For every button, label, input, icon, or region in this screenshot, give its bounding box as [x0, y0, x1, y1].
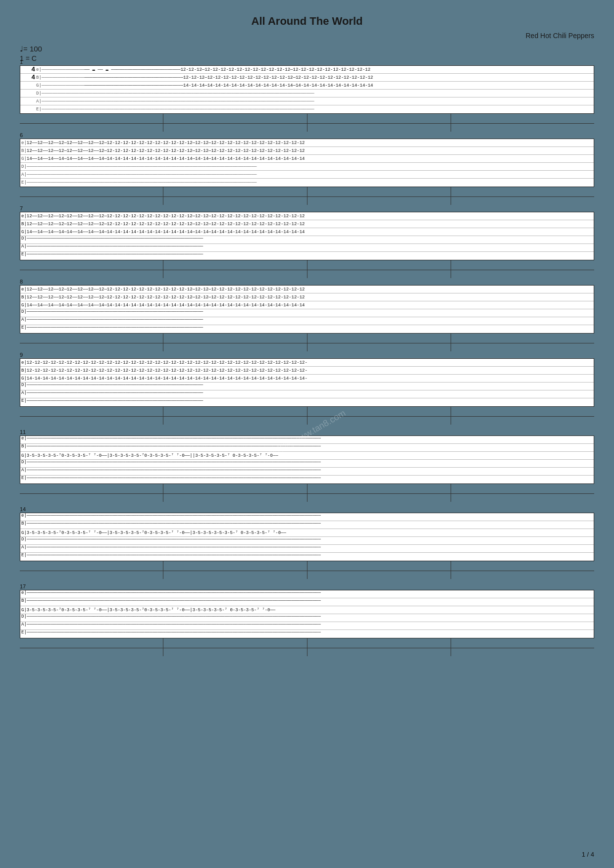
staff-14: e|——————————————————————————————————————… — [20, 513, 594, 561]
rhythm-cell-2 — [307, 124, 451, 132]
bar-number-1: 1 — [20, 59, 23, 65]
section-11: 11 e|———————————————————————————————————… — [20, 435, 594, 502]
section-8: 8 e|12——12——12——12—12——12——12——12—12-12-… — [20, 285, 594, 351]
artist-name: Red Hot Chili Peppers — [20, 32, 594, 40]
section-7: 7 e|12——12——12——12—12——12——12——12—12-12-… — [20, 212, 594, 278]
bar-number-14: 14 — [20, 506, 26, 512]
rhythm-cell — [451, 114, 594, 124]
rhythm-cell — [163, 114, 307, 124]
staff-6: e|12——12——12——12—12——12——12——12—12-12-12… — [20, 139, 594, 187]
staff-7: e|12——12——12——12—12——12——12——12—12-12-12… — [20, 212, 594, 260]
bar-number-9: 9 — [20, 352, 23, 358]
bar-number-7: 7 — [20, 205, 23, 211]
rhythm-cell — [307, 114, 451, 124]
bar-number-6: 6 — [20, 132, 23, 138]
staff-9: e|12-12-12-12-12-12-12-12-12-12-12-12-12… — [20, 358, 594, 407]
section-14: 14 e|———————————————————————————————————… — [20, 513, 594, 579]
page-number: 1 / 4 — [582, 851, 594, 858]
song-title: All Around The World — [20, 15, 594, 28]
key-signature: 1 = C — [20, 54, 594, 62]
section-9: 9 e|12-12-12-12-12-12-12-12-12-12-12-12-… — [20, 358, 594, 425]
rhythm-cell — [20, 114, 163, 124]
section-17: 17 e|———————————————————————————————————… — [20, 590, 594, 656]
tempo-marking: ♩= 100 — [20, 45, 594, 53]
bar-number-11: 11 — [20, 429, 26, 435]
page: All Around The World Red Hot Chili Peppe… — [0, 0, 614, 868]
staff-17: e|——————————————————————————————————————… — [20, 590, 594, 638]
rhythm-cell-2 — [20, 124, 163, 132]
bar-number-8: 8 — [20, 279, 23, 285]
section-1: 1 4 e|———————————————— —— ▬ —— ▬ ———————… — [20, 65, 594, 132]
staff-8: e|12——12——12——12—12——12——12——12—12-12-12… — [20, 285, 594, 334]
staff-11: e|——————————————————————————————————————… — [20, 435, 594, 484]
rhythm-cell-2 — [163, 124, 307, 132]
bar-number-17: 17 — [20, 583, 26, 589]
staff-1: 4 e|———————————————— —— ▬ —— ▬ —————————… — [20, 65, 594, 114]
rhythm-cell-2 — [451, 124, 594, 132]
section-6: 6 e|12——12——12——12—12——12——12——12—12-12-… — [20, 139, 594, 205]
